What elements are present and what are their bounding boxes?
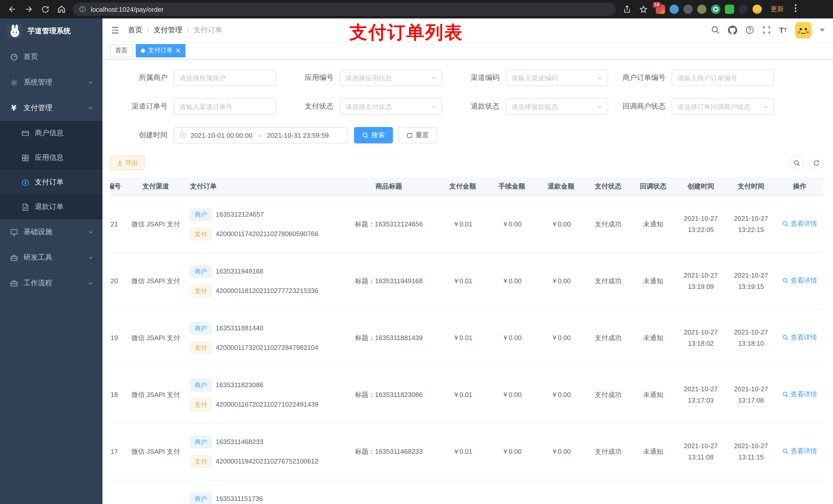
avatar-caret-icon[interactable] <box>820 28 825 31</box>
cell-refund-amount: ￥0.00 <box>537 196 586 253</box>
app-select[interactable] <box>340 70 442 86</box>
filter-label: 退款状态 <box>442 102 506 111</box>
bookmark-star-button[interactable] <box>636 2 651 16</box>
forward-button[interactable] <box>22 2 36 16</box>
sidebar-item-infra[interactable]: 基础设施 <box>0 219 102 245</box>
page-content: 所属商户 应用编号 渠道编码 <box>102 59 833 504</box>
channel-order-no-input[interactable] <box>179 103 270 111</box>
extension-icon[interactable]: 10 <box>656 5 665 14</box>
col-header-channel: 支付渠道 <box>125 177 186 196</box>
share-button[interactable] <box>620 2 634 16</box>
view-detail-link[interactable]: 查看详情 <box>782 275 817 286</box>
view-detail-link[interactable]: 查看详情 <box>782 446 817 457</box>
create-time-range-picker[interactable]: 2021-10-01 00:00:00 - 2021-10-31 23:59:5… <box>174 127 348 143</box>
help-icon[interactable] <box>745 26 754 34</box>
logo-avatar <box>7 24 23 39</box>
tab-home[interactable]: 首页 <box>110 44 133 57</box>
sidebar-item-system[interactable]: 系统管理 <box>0 70 102 95</box>
sidebar-toggle-button[interactable] <box>111 25 120 34</box>
site-info-icon[interactable] <box>79 6 86 13</box>
merchant-card-icon <box>21 129 30 137</box>
cell-order: 商户1635311823086 支付4200001167202110271022… <box>186 366 340 423</box>
refund-status-input[interactable] <box>511 103 595 111</box>
reset-button[interactable]: 重置 <box>398 127 437 143</box>
home-button[interactable] <box>54 2 69 16</box>
pay-status-select[interactable] <box>340 98 442 115</box>
refund-status-select[interactable] <box>506 98 608 115</box>
merchant-select-input[interactable] <box>179 74 270 82</box>
view-detail-link[interactable]: 查看详情 <box>782 388 817 400</box>
breadcrumb: 首页 / 支付管理 / 支付订单 <box>128 25 222 34</box>
extension-icon[interactable] <box>725 5 734 14</box>
chevron-down-icon <box>88 279 93 287</box>
cell-notify-status: 未通知 <box>630 423 676 480</box>
search-icon[interactable] <box>711 26 719 34</box>
cell-refund-amount <box>537 480 586 504</box>
sidebar-item-workflow[interactable]: 工作流程 <box>0 270 102 296</box>
sidebar-subitem-pay-order[interactable]: 支付订单 <box>0 170 102 195</box>
export-button[interactable]: 导出 <box>110 156 144 170</box>
date-end[interactable]: 2021-10-31 23:59:59 <box>267 131 329 139</box>
view-detail-label: 查看详情 <box>790 218 817 229</box>
tab-close-icon[interactable] <box>176 48 180 53</box>
cell-actions: 查看详情 <box>776 309 823 366</box>
extension-icon[interactable] <box>711 5 720 14</box>
cell-create-time <box>676 480 726 504</box>
sidebar-item-devtools[interactable]: 研发工具 <box>0 245 102 270</box>
merchant-order-no-field[interactable] <box>672 70 774 86</box>
sidebar-item-payment[interactable]: ¥ 支付管理 <box>0 95 102 121</box>
tab-pay-order[interactable]: 支付订单 <box>136 44 186 57</box>
chevron-down-icon <box>597 104 602 110</box>
sidebar-subitem-app-info[interactable]: 应用信息 <box>0 145 102 170</box>
view-detail-link[interactable]: 查看详情 <box>782 332 817 343</box>
merchant-select[interactable] <box>174 70 276 86</box>
channel-code-input[interactable] <box>511 74 595 82</box>
cell-id: 21 <box>110 196 125 253</box>
merchant-order-no-input[interactable] <box>677 74 768 82</box>
toggle-search-button[interactable] <box>789 156 804 170</box>
cell-order: 商户1635311949168 支付4200001181202110277723… <box>186 253 340 309</box>
cell-pay-time: 2021-10-27 13:17:08 <box>726 366 776 423</box>
merchant-order-no: 1635312124657 <box>216 209 264 220</box>
extension-icon[interactable] <box>753 5 762 14</box>
cell-fee-amount: ￥0.00 <box>487 366 537 423</box>
extension-icon[interactable] <box>739 5 748 14</box>
search-button[interactable]: 搜索 <box>354 127 393 143</box>
address-bar[interactable]: localhost:1024/pay/order <box>73 3 616 16</box>
channel-code-select[interactable] <box>506 70 608 86</box>
channel-order-no-field[interactable] <box>174 98 276 115</box>
update-button[interactable]: 更新 <box>766 3 788 16</box>
cell-create-time: 2021-10-27 13:11:08 <box>676 423 726 480</box>
fullscreen-icon[interactable] <box>762 26 771 34</box>
cell-fee-amount: ￥0.00 <box>487 196 537 253</box>
navbar-actions: TT <box>711 22 825 38</box>
app-title: 芋道管理系统 <box>28 27 71 36</box>
refresh-button[interactable] <box>809 156 823 170</box>
monitor-icon <box>9 228 19 236</box>
font-size-icon[interactable]: TT <box>779 26 787 34</box>
github-icon[interactable] <box>728 25 737 34</box>
tags-view-bar: 首页 支付订单 <box>102 42 833 59</box>
sidebar-item-home[interactable]: 首页 <box>0 44 102 70</box>
extension-icon[interactable] <box>670 5 679 14</box>
cell-create-time: 2021-10-27 13:22:05 <box>676 196 726 253</box>
callback-status-select[interactable] <box>672 98 774 115</box>
back-button[interactable] <box>5 2 20 16</box>
sidebar-subitem-merchant-info[interactable]: 商户信息 <box>0 121 102 145</box>
chevron-down-icon <box>88 254 93 262</box>
menu-kebab-button[interactable] <box>792 4 799 14</box>
breadcrumb-home[interactable]: 首页 <box>128 25 142 34</box>
user-avatar[interactable] <box>795 22 811 38</box>
callback-status-input[interactable] <box>677 103 761 111</box>
breadcrumb-pay-manage[interactable]: 支付管理 <box>154 25 182 34</box>
view-detail-link[interactable]: 查看详情 <box>782 218 817 229</box>
sidebar-subitem-refund-order[interactable]: 退款订单 <box>0 195 102 219</box>
app-select-input[interactable] <box>345 74 429 82</box>
extension-icon[interactable] <box>697 5 707 14</box>
reload-button[interactable] <box>38 2 52 16</box>
extension-icon[interactable] <box>684 5 693 14</box>
cell-order: 商户1635311881440 支付4200001173202110272847… <box>186 309 340 366</box>
col-header-title: 商品标题 <box>340 177 438 196</box>
date-start[interactable]: 2021-10-01 00:00:00 <box>191 131 252 139</box>
pay-status-input[interactable] <box>345 103 429 111</box>
